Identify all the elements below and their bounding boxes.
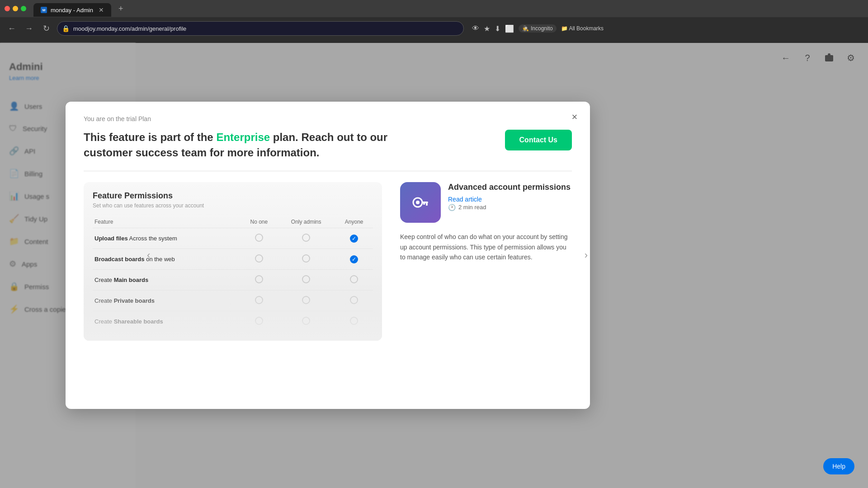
address-text: moodjoy.monday.com/admin/general/profile: [73, 25, 458, 32]
svg-point-3: [416, 201, 420, 204]
contact-us-btn[interactable]: Contact Us: [505, 130, 572, 150]
carousel-prev-btn[interactable]: ‹: [147, 249, 150, 261]
article-read-time: 🕐 2 min read: [448, 204, 571, 211]
radio-anyone[interactable]: ✓: [335, 228, 373, 249]
fp-table-header: Feature No one Only admins Anyone: [93, 216, 373, 228]
feature-permissions-card: Feature Permissions Set who can use feat…: [84, 182, 382, 341]
address-bar[interactable]: 🔒 moodjoy.monday.com/admin/general/profi…: [57, 21, 464, 36]
fp-subtitle: Set who can use features across your acc…: [93, 202, 373, 209]
tab-title: monday - Admin: [51, 7, 93, 14]
svg-rect-4: [422, 202, 428, 203]
window-maximize-btn[interactable]: [21, 6, 26, 11]
radio-circle: [350, 275, 358, 283]
read-article-link[interactable]: Read article: [448, 196, 571, 203]
all-bookmarks-btn[interactable]: 📁 All Bookmarks: [561, 25, 604, 32]
radio-circle: [302, 234, 310, 242]
incognito-label: Incognito: [531, 25, 553, 32]
svg-rect-5: [426, 203, 428, 206]
back-btn[interactable]: ←: [5, 22, 18, 35]
svg-rect-6: [423, 203, 425, 205]
modal-body: ‹ Feature Permissions Set who can use fe…: [84, 182, 572, 341]
modal-close-btn[interactable]: ×: [566, 109, 583, 125]
radio-circle: [302, 254, 310, 263]
article-description: Keep control of who can do what on your …: [400, 232, 572, 262]
help-page-btn[interactable]: Help: [823, 458, 854, 474]
enterprise-label: Enterprise: [216, 131, 270, 143]
table-fade-overlay: [84, 286, 382, 341]
active-tab[interactable]: M monday - Admin ✕: [33, 3, 111, 17]
radio-checked: ✓: [350, 255, 358, 263]
article-title: Advanced account permissions: [448, 182, 571, 192]
tab-favicon: M: [41, 7, 47, 13]
radio-anyone[interactable]: ✓: [335, 249, 373, 270]
feature-name: Broadcast boards on the web: [93, 249, 241, 270]
radio-noone[interactable]: [241, 249, 277, 270]
radio-checked: ✓: [350, 235, 358, 243]
feature-headline: This feature is part of the Enterprise p…: [84, 130, 400, 160]
bookmark-star-icon[interactable]: ★: [484, 24, 490, 33]
browser-toolbar: ← → ↻ 🔒 moodjoy.monday.com/admin/general…: [0, 17, 868, 40]
read-time-text: 2 min read: [458, 204, 486, 211]
article-info: Advanced account permissions Read articl…: [448, 182, 571, 211]
tab-close-btn[interactable]: ✕: [99, 6, 104, 14]
profile-icon[interactable]: ⬜: [505, 24, 514, 33]
article-top: Advanced account permissions Read articl…: [400, 182, 572, 226]
feature-name: Upload files Across the system: [93, 228, 241, 249]
download-icon[interactable]: ⬇: [495, 24, 500, 33]
table-row: Upload files Across the system ✓: [93, 228, 373, 249]
main-area: Admini Learn more 👤 Users 🛡 Security 🔗 A…: [0, 43, 868, 488]
right-panel: Advanced account permissions Read articl…: [400, 182, 572, 341]
modal-divider: [84, 171, 572, 171]
window-minimize-btn[interactable]: [13, 6, 18, 11]
radio-circle: [255, 234, 263, 242]
key-icon: [410, 192, 430, 212]
trial-banner: You are on the trial Plan: [84, 115, 572, 122]
radio-circle: [255, 275, 263, 283]
lock-icon: 🔒: [62, 25, 70, 32]
radio-admins[interactable]: [277, 249, 335, 270]
headline-part1: This feature is part of the: [84, 131, 216, 143]
toolbar-icons: 👁 ★ ⬇ ⬜ 🕵 Incognito 📁 All Bookmarks: [472, 24, 604, 33]
radio-noone[interactable]: [241, 228, 277, 249]
radio-admins[interactable]: [277, 228, 335, 249]
modal-header-section: This feature is part of the Enterprise p…: [84, 130, 572, 160]
incognito-icon: 🕵: [522, 25, 529, 32]
left-panel: ‹ Feature Permissions Set who can use fe…: [84, 182, 382, 341]
col-anyone: Anyone: [335, 216, 373, 228]
incognito-badge: 🕵 Incognito: [519, 24, 557, 33]
refresh-btn[interactable]: ↻: [40, 22, 52, 35]
col-feature: Feature: [93, 216, 241, 228]
enterprise-modal: × You are on the trial Plan This feature…: [66, 102, 590, 409]
col-noone: No one: [241, 216, 277, 228]
eye-slash-icon: 👁: [472, 24, 479, 33]
new-tab-btn[interactable]: +: [115, 4, 127, 14]
forward-btn[interactable]: →: [23, 22, 35, 35]
radio-circle: [255, 254, 263, 263]
radio-circle: [302, 275, 310, 283]
browser-titlebar: M monday - Admin ✕ +: [0, 0, 868, 17]
help-btn-area: Help: [823, 458, 854, 474]
carousel-next-btn[interactable]: ›: [585, 249, 588, 261]
fp-title: Feature Permissions: [93, 191, 373, 201]
article-icon: [400, 182, 441, 223]
window-close-btn[interactable]: [5, 6, 10, 11]
browser-chrome: M monday - Admin ✕ + ← → ↻ 🔒 moodjoy.mon…: [0, 0, 868, 43]
col-admins: Only admins: [277, 216, 335, 228]
clock-icon: 🕐: [448, 204, 456, 211]
table-row: Broadcast boards on the web ✓: [93, 249, 373, 270]
article-card: Advanced account permissions Read articl…: [400, 182, 572, 262]
